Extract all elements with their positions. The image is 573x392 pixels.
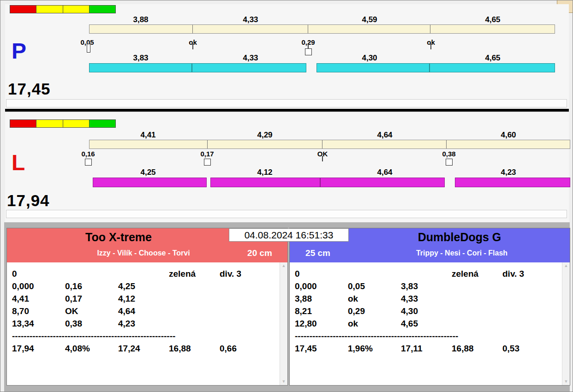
- net-time-label: 4,33: [243, 53, 258, 63]
- fault-checkbox[interactable]: [305, 48, 312, 55]
- split-time-label: 4,29: [257, 131, 272, 140]
- result-cell: [348, 267, 401, 280]
- fault-checkbox[interactable]: [204, 159, 211, 166]
- total-cell: 0,53: [502, 342, 570, 355]
- run-segment: [455, 178, 570, 187]
- run-segment: [210, 178, 320, 187]
- lane-l: L 4,41 4,29 4,64 4,60 0,16 0,17 OK 0,38 …: [5, 113, 569, 222]
- result-row: 8,70 OK 4,64: [12, 305, 287, 317]
- result-cell: 0,38: [65, 317, 118, 330]
- result-row: 13,34 0,38 4,23: [12, 317, 287, 330]
- plan-segment: [90, 140, 208, 148]
- separator-line: ----------------------------------------…: [295, 330, 559, 342]
- split-time-label: 4,60: [501, 131, 516, 140]
- jump-height: 25 cm: [305, 248, 330, 258]
- result-cell: [502, 305, 570, 317]
- result-cell: ok: [348, 317, 401, 330]
- run-segment: [93, 178, 207, 187]
- app-window: P 3,88 4,33 4,59 4,65 0,05 ok 0,29 ok 3,…: [0, 0, 573, 392]
- status-light-red-icon: [10, 6, 36, 13]
- lane-p: P 3,88 4,33 4,59 4,65 0,05 ok 0,29 ok 3,…: [5, 4, 569, 108]
- result-row: 0 zelená div. 3: [12, 267, 287, 280]
- result-cell: 4,41: [12, 292, 65, 305]
- scrollbar[interactable]: ▲ ▼: [280, 262, 287, 385]
- result-cell: zelená: [169, 267, 220, 280]
- section-divider: [5, 109, 569, 112]
- team-panel-right: DumbleDogs G Trippy - Nesi - Cori - Flas…: [289, 228, 570, 386]
- fault-checkbox[interactable]: [87, 44, 90, 53]
- result-cell: 0,05: [348, 280, 401, 292]
- team-dogs: Trippy - Nesi - Cori - Flash: [416, 249, 507, 257]
- team-name: DumbleDogs G: [418, 231, 501, 244]
- result-cell: 0,000: [295, 280, 348, 292]
- lane-l-letter: L: [12, 152, 25, 174]
- result-cell: [118, 267, 169, 280]
- result-cell: [169, 280, 220, 292]
- result-cell: 0,000: [12, 280, 65, 292]
- empty-row: [6, 99, 567, 107]
- team-results-right: 0 zelená div. 3 0,000 0,05 3,83 3,88 ok: [290, 262, 570, 385]
- result-cell: [169, 292, 220, 305]
- results-section: Too X-treme Izzy - Vilík - Choose - Torv…: [4, 222, 570, 392]
- net-time-label: 4,30: [362, 53, 377, 63]
- status-light-yellow2-icon: [63, 120, 90, 127]
- fault-checkbox[interactable]: [446, 159, 453, 166]
- result-cell: 8,70: [12, 305, 65, 317]
- jump-height: 20 cm: [247, 248, 272, 258]
- net-time-label: 4,23: [501, 168, 516, 177]
- result-cell: 4,64: [118, 305, 169, 317]
- result-cell: 4,23: [118, 317, 169, 330]
- result-row: 0,000 0,05 3,83: [295, 280, 570, 292]
- fault-value-label: 0,16: [81, 150, 95, 158]
- run-bar: [93, 178, 570, 187]
- team-panel-left: Too X-treme Izzy - Vilík - Choose - Torv…: [6, 228, 288, 386]
- status-light-green-icon: [90, 120, 115, 127]
- result-cell: [401, 267, 452, 280]
- result-cell: [169, 305, 220, 317]
- result-cell: [169, 317, 220, 330]
- plan-segment: [308, 25, 430, 33]
- result-cell: [220, 292, 287, 305]
- result-cell: div. 3: [502, 267, 570, 280]
- run-bar: [89, 63, 555, 72]
- result-cell: [452, 305, 502, 317]
- result-cell: [220, 305, 287, 317]
- total-cell: 17,24: [118, 342, 169, 355]
- result-cell: [452, 292, 502, 305]
- separator-line: ----------------------------------------…: [12, 330, 276, 342]
- fault-checkbox[interactable]: [85, 159, 92, 166]
- scrollbar[interactable]: ▲ ▼: [562, 262, 570, 385]
- result-cell: 0: [12, 267, 65, 280]
- result-cell: 0,29: [348, 305, 401, 317]
- lane-p-total: 17,45: [8, 80, 51, 98]
- result-cell: 0,17: [65, 292, 118, 305]
- status-lights: [10, 119, 116, 128]
- result-cell: 3,83: [401, 280, 452, 292]
- result-row: 3,88 ok 4,33: [295, 292, 570, 305]
- scroll-down-icon[interactable]: ▼: [282, 380, 286, 384]
- scroll-up-icon[interactable]: ▲: [282, 264, 286, 268]
- split-time-label: 4,33: [243, 15, 258, 24]
- totals-row: 17,94 4,08% 17,24 16,88 0,66: [12, 342, 287, 355]
- plan-segment: [193, 25, 308, 33]
- scroll-up-icon[interactable]: ▲: [564, 264, 568, 268]
- tick-mark: [430, 44, 431, 49]
- result-cell: 0,16: [65, 280, 118, 292]
- split-time-label: 3,88: [133, 15, 148, 24]
- scroll-down-icon[interactable]: ▼: [564, 380, 568, 384]
- net-time-label: 4,12: [257, 168, 272, 177]
- lane-p-letter: P: [12, 40, 26, 62]
- run-segment: [430, 63, 555, 72]
- status-lights: [10, 5, 116, 13]
- team-name: Too X-treme: [85, 231, 152, 244]
- result-cell: 4,65: [401, 317, 452, 330]
- result-cell: [452, 280, 502, 292]
- split-time-label: 4,59: [362, 15, 377, 24]
- total-cell: 1,96%: [348, 342, 401, 355]
- status-light-yellow-icon: [36, 120, 63, 127]
- result-cell: 4,12: [118, 292, 169, 305]
- result-cell: [65, 267, 118, 280]
- plan-segment: [430, 25, 555, 33]
- net-time-label: 4,65: [485, 53, 500, 63]
- split-time-label: 4,41: [140, 131, 155, 140]
